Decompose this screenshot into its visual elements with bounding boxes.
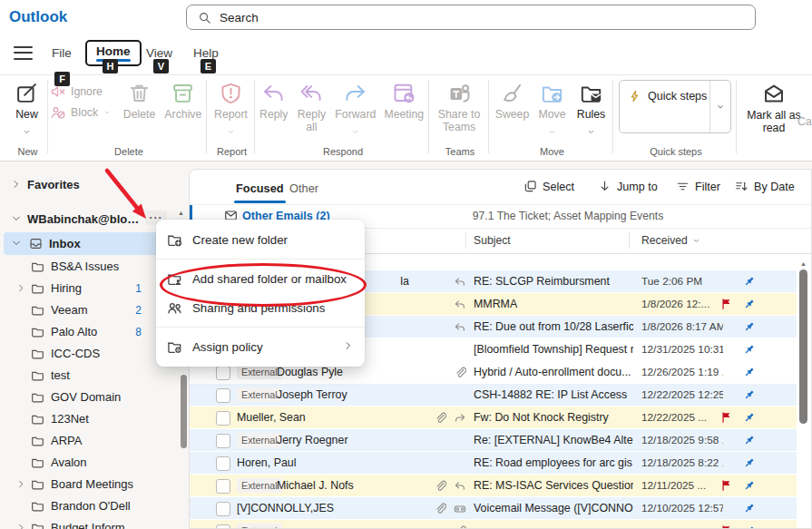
reply-all-button[interactable]: Reply all <box>293 78 331 133</box>
delete-button[interactable]: Delete <box>119 78 159 122</box>
chevron-right-icon[interactable] <box>11 179 22 192</box>
list-scrollbar-thumb[interactable] <box>799 269 807 424</box>
email-checkbox[interactable] <box>216 456 230 471</box>
list-scroll-up-arrow[interactable]: ▲ <box>800 260 807 267</box>
mailread-icon <box>762 82 786 105</box>
flag-icon[interactable] <box>720 298 733 314</box>
block-button[interactable]: Block <box>51 105 117 120</box>
replyall-icon <box>300 82 323 104</box>
new-button[interactable]: New <box>7 78 46 140</box>
sidebar-scroll-up-arrow[interactable]: ▲ <box>178 210 184 216</box>
menu-item-create-new-folder[interactable]: Create new folder <box>156 225 365 254</box>
reply-button[interactable]: Reply <box>257 78 291 122</box>
email-checkbox[interactable] <box>216 434 230 448</box>
email-row[interactable]: External <box>190 520 797 529</box>
quick-steps-dropdown[interactable] <box>709 81 730 132</box>
email-row[interactable]: ExternalMichael J. NofsRE: MS-ISAC Servi… <box>190 475 797 497</box>
chevron-down-icon[interactable] <box>11 213 22 227</box>
pin-icon[interactable] <box>743 434 756 450</box>
pin-icon[interactable] <box>743 388 756 405</box>
sidebar-item-hiring[interactable]: Hiring1 <box>0 278 178 299</box>
sidebar-item-arpa[interactable]: ARPA <box>0 430 178 452</box>
unread-count: 2 <box>135 299 142 321</box>
email-checkbox[interactable] <box>216 388 230 403</box>
folder-icon <box>31 325 44 341</box>
chevron-right-icon[interactable] <box>16 522 26 529</box>
pin-icon[interactable] <box>743 479 756 495</box>
sidebar-item-favorites[interactable]: Favorites <box>0 174 178 196</box>
sidebar-scrollbar-thumb[interactable] <box>181 375 187 448</box>
report-button[interactable]: Report <box>210 78 253 140</box>
email-row[interactable]: ExternalJoseph TerroyCSH-14882 RE: IP Li… <box>190 384 797 407</box>
chevron-down-icon[interactable] <box>11 238 22 251</box>
email-checkbox[interactable] <box>216 524 230 529</box>
move-button[interactable]: Move <box>534 78 571 140</box>
pin-icon[interactable] <box>743 320 756 337</box>
sidebar-item-bs-a-issues[interactable]: BS&A Issues <box>0 256 178 278</box>
forward-button[interactable]: Forward <box>332 78 378 140</box>
menu-item-sharing-and-permissions[interactable]: Sharing and permissions <box>156 293 365 322</box>
sidebar-item-gov-domain[interactable]: GOV Domain <box>0 387 178 408</box>
sidebar-item-veeam[interactable]: Veeam2 <box>0 299 178 321</box>
ignore-button[interactable]: Ignore <box>51 84 117 99</box>
chevron-down-icon <box>103 106 111 119</box>
share-to-teams-button[interactable]: Share to Teams <box>434 78 484 133</box>
email-checkbox[interactable] <box>216 411 230 426</box>
pin-icon[interactable] <box>743 502 756 518</box>
email-checkbox[interactable] <box>216 479 230 494</box>
voicemail-icon <box>454 503 466 515</box>
sidebar-item-inbox[interactable]: Inbox <box>0 233 178 255</box>
chev-right-icon <box>343 340 354 351</box>
meeting-button[interactable]: Meeting <box>381 78 427 122</box>
menu-item-add-shared-folder-or-mailbox[interactable]: Add shared folder or mailbox <box>156 264 365 293</box>
mark-all-as-read-button[interactable]: Mark all as read <box>742 78 806 134</box>
column-subject[interactable]: Subject <box>474 228 511 253</box>
tab-focused[interactable]: Focused <box>236 181 284 195</box>
search-input[interactable]: Search <box>186 5 756 30</box>
sidebar-item-brandon-o-dell[interactable]: Brandon O'Dell <box>0 495 178 517</box>
quick-steps-button[interactable]: Quick steps <box>619 80 731 133</box>
email-row[interactable]: ExternalJerry RoegnerRe: [EXTERNAL] Know… <box>190 429 797 452</box>
pin-icon[interactable] <box>743 524 756 529</box>
tab-label: Help <box>193 46 219 60</box>
rules-button[interactable]: Rules <box>572 78 611 140</box>
hamburger-menu-icon[interactable] <box>14 46 33 60</box>
tab-other[interactable]: Other <box>289 181 318 195</box>
flag-icon[interactable] <box>720 524 733 529</box>
pin-icon[interactable] <box>743 456 756 473</box>
pin-icon[interactable] <box>743 411 756 427</box>
sidebar-item-icc-cds[interactable]: ICC-CDS <box>0 343 178 365</box>
filter-button[interactable]: Filter <box>676 180 720 193</box>
email-checkbox[interactable] <box>216 366 230 380</box>
menu-item-assign-policy[interactable]: Assign policy <box>156 332 365 361</box>
sidebar-item-123net[interactable]: 123Net <box>0 408 178 430</box>
tab-help[interactable]: Help <box>193 46 219 60</box>
chevron-right-icon[interactable] <box>16 282 26 296</box>
pin-icon[interactable] <box>743 298 756 314</box>
email-checkbox[interactable] <box>216 502 230 516</box>
chevron-right-icon[interactable] <box>16 478 26 492</box>
email-row[interactable]: Mueller, SeanFw: Do Not Knock Registry12… <box>190 407 797 429</box>
by-date-button[interactable]: By Date <box>735 180 795 193</box>
pin-icon[interactable] <box>743 366 756 382</box>
email-row[interactable]: Horen, PaulRE: Road employees for arc gi… <box>190 452 797 475</box>
flag-icon[interactable] <box>720 479 733 495</box>
pin-icon[interactable] <box>743 343 756 359</box>
sidebar-item-avalon[interactable]: Avalon <box>0 452 178 474</box>
select-button[interactable]: Select <box>523 180 574 193</box>
flag-icon[interactable] <box>720 411 733 427</box>
ribbon-group-divider <box>206 80 207 153</box>
archive-button[interactable]: Archive <box>161 78 205 122</box>
tab-view[interactable]: View <box>146 46 172 60</box>
jump-to-button[interactable]: Jump to <box>598 180 658 193</box>
sidebar-item-budget-information[interactable]: Budget Information <box>0 517 178 529</box>
sidebar-item-palo-alto[interactable]: Palo Alto8 <box>0 321 178 343</box>
sweep-button[interactable]: Sweep <box>493 78 533 122</box>
pin-icon[interactable] <box>743 275 756 291</box>
move-icon <box>541 82 563 104</box>
sidebar-item-test[interactable]: test <box>0 365 178 387</box>
tab-file[interactable]: File <box>52 46 72 60</box>
email-row[interactable]: [V]CONNOLLY,JESVoicemail Message ([V]CON… <box>190 497 797 520</box>
column-received[interactable]: Received <box>641 228 700 253</box>
sidebar-item-board-meetings[interactable]: Board Meetings <box>0 474 178 495</box>
